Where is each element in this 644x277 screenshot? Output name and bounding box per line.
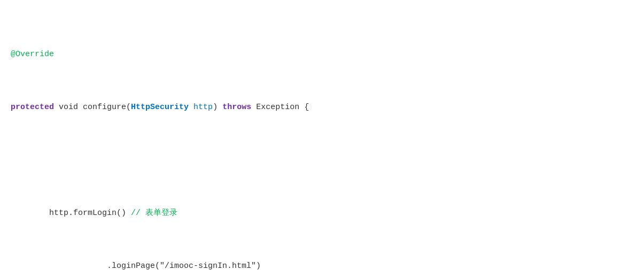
keyword-protected: protected <box>11 103 54 112</box>
indent2 <box>11 261 88 271</box>
code-container: @Override protected void configure(HttpS… <box>0 0 644 277</box>
method-name: configure <box>83 103 126 112</box>
exception-name: Exception <box>256 103 299 112</box>
space2 <box>251 103 256 112</box>
loginpage1-text: .loginPage("/imooc-signIn.html") <box>88 261 261 271</box>
line-formlogin: http.formLogin() // 表单登录 <box>11 207 633 220</box>
line-signature: protected void configure(HttpSecurity ht… <box>11 101 633 114</box>
line-empty1 <box>11 154 633 167</box>
brace-open: { <box>299 103 309 112</box>
http-param: http <box>193 103 213 112</box>
formlogin-text: http.formLogin() <box>49 209 126 218</box>
indent1 <box>11 209 49 218</box>
httpsecurity-type: HttpSecurity <box>131 103 189 112</box>
code-block: @Override protected void configure(HttpS… <box>11 9 633 277</box>
void-text: void <box>54 103 83 112</box>
annotation-text: @Override <box>11 50 54 59</box>
throws-keyword: throws <box>222 103 251 112</box>
paren-open: ( <box>126 103 131 112</box>
comment-formlogin: // 表单登录 <box>126 209 177 218</box>
line-loginpage1: .loginPage("/imooc-signIn.html") <box>11 260 633 273</box>
space <box>189 103 193 112</box>
line-annotation: @Override <box>11 48 633 61</box>
paren-close: ) <box>213 103 222 112</box>
